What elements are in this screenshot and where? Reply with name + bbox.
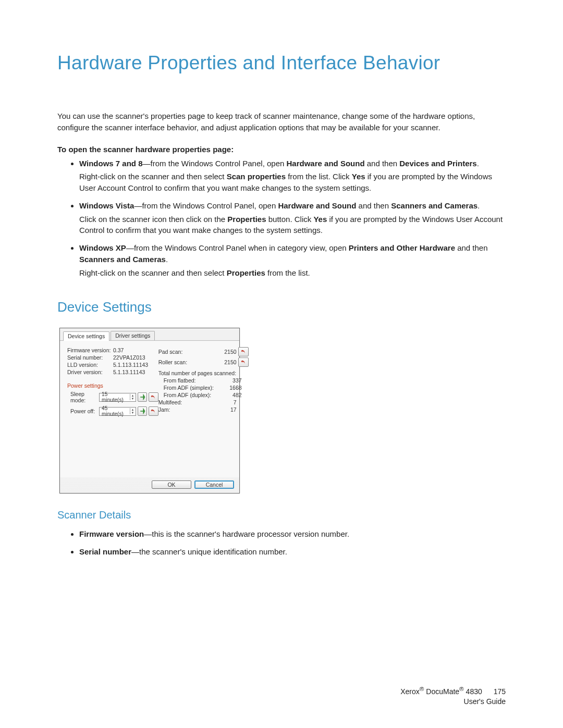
firmware-value: 0.37 <box>113 347 124 353</box>
from-flatbed-value: 337 <box>224 377 242 384</box>
enter-arrow-icon <box>139 408 145 414</box>
ok-button[interactable]: OK <box>152 480 191 489</box>
roller-scan-label: Roller scan: <box>158 359 219 365</box>
list-item: Windows 7 and 8—from the Windows Control… <box>79 158 506 194</box>
list-item: Windows XP—from the Windows Control Pane… <box>79 242 506 278</box>
list-item: Windows Vista—from the Windows Control P… <box>79 200 506 236</box>
from-flatbed-label: From flatbed: <box>158 377 224 384</box>
lld-value: 5.1.113.11143 <box>113 362 148 368</box>
sleep-mode-label: Sleep mode: <box>67 391 99 403</box>
lld-label: LLD version: <box>67 362 113 368</box>
instruction-heading: To open the scanner hardware properties … <box>57 145 506 154</box>
roller-scan-value: 2150 <box>219 359 237 365</box>
pad-scan-label: Pad scan: <box>158 349 219 355</box>
list-item: Firmware version—this is the scanner's h… <box>79 528 506 540</box>
tab-device-settings[interactable]: Device settings <box>63 331 109 341</box>
serial-value: 22VPA1Z013 <box>113 354 145 361</box>
from-adf-duplex-label: From ADF (duplex): <box>158 392 224 398</box>
undo-arrow-icon <box>150 394 156 400</box>
sleep-apply-button[interactable] <box>138 392 148 402</box>
page-title: Hardware Properties and Interface Behavi… <box>57 52 506 74</box>
spinner-arrows-icon[interactable]: ▲▼ <box>130 408 136 414</box>
undo-arrow-icon <box>240 349 247 355</box>
from-adf-simplex-label: From ADF (simplex): <box>158 385 224 391</box>
jam-label: Jam: <box>158 406 219 413</box>
spinner-arrows-icon[interactable]: ▲▼ <box>130 394 136 400</box>
list-item: Serial number—the scanner's unique ident… <box>79 546 506 558</box>
page-footer: Xerox® DocuMate® 4830 175 User's Guide <box>400 685 506 707</box>
undo-arrow-icon <box>150 408 156 414</box>
from-adf-duplex-value: 482 <box>224 392 242 398</box>
firmware-label: Firmware version: <box>67 347 113 353</box>
power-off-spinner[interactable]: 45 minute(s) ▲▼ <box>99 407 136 416</box>
multifeed-label: Multifeed: <box>158 399 219 405</box>
driver-value: 5.1.13.11143 <box>113 369 145 375</box>
multifeed-value: 7 <box>219 399 237 405</box>
undo-arrow-icon <box>240 359 247 365</box>
from-adf-simplex-value: 1668 <box>224 385 242 391</box>
section-heading-scanner-details: Scanner Details <box>57 509 506 521</box>
serial-label: Serial number: <box>67 354 113 361</box>
footer-guide-label: User's Guide <box>400 697 506 707</box>
poweroff-apply-button[interactable] <box>138 406 148 416</box>
roller-scan-reset-button[interactable] <box>238 357 249 367</box>
power-settings-heading: Power settings <box>67 382 158 389</box>
poweroff-reset-button[interactable] <box>149 406 158 416</box>
os-name: Windows Vista <box>79 201 134 210</box>
counters-column: Pad scan: 2150 Roller scan: 2150 Total <box>158 346 249 474</box>
tab-driver-settings[interactable]: Driver settings <box>111 331 155 340</box>
dialog-tabs: Device settings Driver settings <box>60 328 239 341</box>
driver-label: Driver version: <box>67 369 113 375</box>
sleep-mode-spinner[interactable]: 15 minute(s) ▲▼ <box>99 393 136 402</box>
intro-paragraph: You can use the scanner's properties pag… <box>57 110 506 133</box>
pad-scan-value: 2150 <box>219 349 237 355</box>
enter-arrow-icon <box>139 394 145 400</box>
properties-dialog: Device settings Driver settings Firmware… <box>59 328 240 493</box>
cancel-button[interactable]: Cancel <box>194 480 234 489</box>
os-name: Windows 7 and 8 <box>79 159 143 168</box>
scanner-info-column: Firmware version:0.37 Serial number:22VP… <box>67 346 158 474</box>
sleep-reset-button[interactable] <box>149 392 158 402</box>
power-off-label: Power off: <box>67 408 99 414</box>
page-number: 175 <box>494 687 506 697</box>
total-pages-heading: Total number of pages scanned: <box>158 370 249 376</box>
scanner-details-list: Firmware version—this is the scanner's h… <box>57 528 506 558</box>
pad-scan-reset-button[interactable] <box>238 347 249 356</box>
jam-value: 17 <box>219 406 237 413</box>
section-heading-device-settings: Device Settings <box>57 299 506 315</box>
os-name: Windows XP <box>79 243 126 252</box>
instruction-list: Windows 7 and 8—from the Windows Control… <box>57 158 506 279</box>
